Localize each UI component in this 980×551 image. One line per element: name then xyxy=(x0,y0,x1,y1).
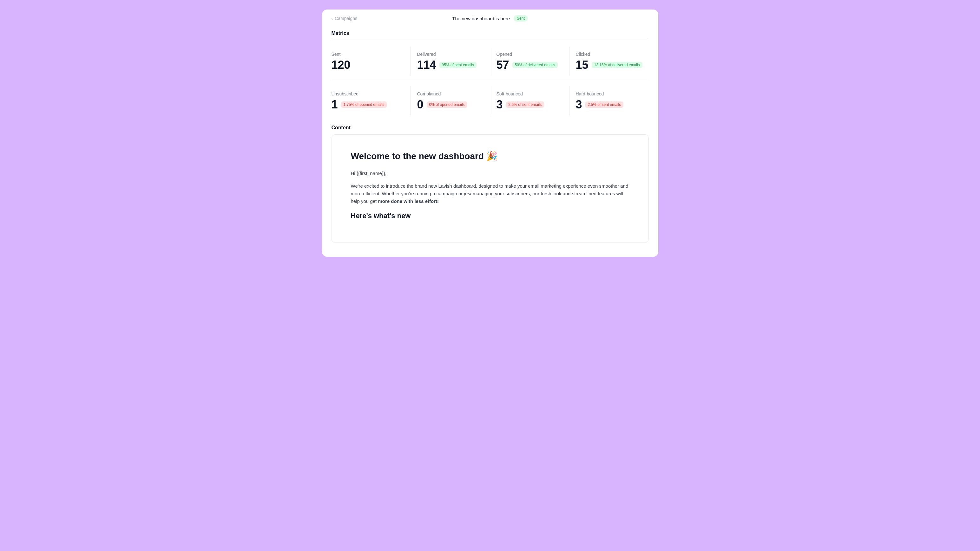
metric-unsubscribed-value: 1 xyxy=(331,99,338,110)
metric-opened-label: Opened xyxy=(496,52,569,57)
metric-delivered-tag: 95% of sent emails xyxy=(439,62,477,68)
metric-soft-bounced-value: 3 xyxy=(496,99,503,110)
metric-clicked-value: 15 xyxy=(576,59,589,71)
status-badge: Sent xyxy=(514,15,528,22)
metrics-row-1: Sent 120 Delivered 114 95% of sent email… xyxy=(331,47,649,76)
back-link[interactable]: ‹ Campaigns xyxy=(331,16,358,21)
metric-complained-value: 0 xyxy=(417,99,423,110)
metric-clicked-value-row: 15 13.16% of delivered emails xyxy=(576,59,649,71)
back-label: Campaigns xyxy=(335,16,357,21)
metrics-row-2: Unsubscribed 1 1.75% of opened emails Co… xyxy=(331,86,649,115)
metric-sent-value: 120 xyxy=(331,59,350,71)
main-container: ‹ Campaigns The new dashboard is here Se… xyxy=(322,10,658,257)
metric-delivered-value-row: 114 95% of sent emails xyxy=(417,59,490,71)
metric-unsubscribed-value-row: 1 1.75% of opened emails xyxy=(331,99,410,110)
email-heading2: Here's what's new xyxy=(351,210,630,221)
content-section-title: Content xyxy=(331,125,649,130)
back-chevron-icon: ‹ xyxy=(331,16,333,21)
metric-complained-tag: 0% of opened emails xyxy=(427,102,467,108)
metric-sent-value-row: 120 xyxy=(331,59,410,71)
metric-complained-label: Complained xyxy=(417,91,490,96)
email-paragraph1: We're excited to introduce the brand new… xyxy=(351,182,630,205)
metric-hard-bounced-label: Hard-bounced xyxy=(576,91,649,96)
campaign-title: The new dashboard is here xyxy=(452,16,510,21)
metric-opened-tag: 50% of delivered emails xyxy=(512,62,558,68)
content-section: Content Welcome to the new dashboard 🎉 H… xyxy=(331,125,649,243)
metrics-divider xyxy=(331,40,649,40)
metric-clicked-label: Clicked xyxy=(576,52,649,57)
metric-sent: Sent 120 xyxy=(331,47,411,76)
metric-unsubscribed: Unsubscribed 1 1.75% of opened emails xyxy=(331,86,411,115)
metric-clicked: Clicked 15 13.16% of delivered emails xyxy=(570,47,649,76)
header-center: The new dashboard is here Sent xyxy=(452,15,528,22)
metric-unsubscribed-label: Unsubscribed xyxy=(331,91,410,96)
metric-delivered: Delivered 114 95% of sent emails xyxy=(411,47,490,76)
metric-hard-bounced: Hard-bounced 3 2.5% of sent emails xyxy=(570,86,649,115)
metric-opened: Opened 57 50% of delivered emails xyxy=(490,47,570,76)
metric-opened-value-row: 57 50% of delivered emails xyxy=(496,59,569,71)
metric-delivered-label: Delivered xyxy=(417,52,490,57)
metric-unsubscribed-tag: 1.75% of opened emails xyxy=(341,102,387,108)
email-preview-box: Welcome to the new dashboard 🎉 Hi {{firs… xyxy=(331,134,649,243)
metric-hard-bounced-value-row: 3 2.5% of sent emails xyxy=(576,99,649,110)
metric-soft-bounced-tag: 2.5% of sent emails xyxy=(506,102,544,108)
metric-opened-value: 57 xyxy=(496,59,509,71)
metric-hard-bounced-value: 3 xyxy=(576,99,582,110)
metric-delivered-value: 114 xyxy=(417,59,436,71)
email-body: Hi {{first_name}}, We're excited to intr… xyxy=(351,170,630,221)
metric-soft-bounced-value-row: 3 2.5% of sent emails xyxy=(496,99,569,110)
metric-hard-bounced-tag: 2.5% of sent emails xyxy=(585,102,624,108)
email-subject: Welcome to the new dashboard 🎉 xyxy=(351,151,630,162)
content-area: Metrics Sent 120 Delivered 114 95% of se… xyxy=(322,27,658,252)
header: ‹ Campaigns The new dashboard is here Se… xyxy=(322,10,658,27)
metric-soft-bounced: Soft-bounced 3 2.5% of sent emails xyxy=(490,86,570,115)
metric-complained: Complained 0 0% of opened emails xyxy=(411,86,490,115)
metric-clicked-tag: 13.16% of delivered emails xyxy=(592,62,643,68)
metric-soft-bounced-label: Soft-bounced xyxy=(496,91,569,96)
email-bold: more done with less effort! xyxy=(378,198,439,204)
metric-complained-value-row: 0 0% of opened emails xyxy=(417,99,490,110)
email-italic: just xyxy=(464,191,471,196)
email-greeting: Hi {{first_name}}, xyxy=(351,170,630,177)
metric-sent-label: Sent xyxy=(331,52,410,57)
metrics-section-title: Metrics xyxy=(331,30,649,36)
